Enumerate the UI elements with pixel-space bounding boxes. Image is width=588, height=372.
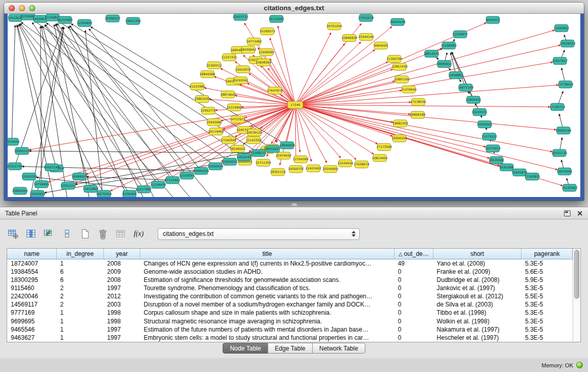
table-columns-icon[interactable] (25, 228, 37, 240)
svg-text:11254439: 11254439 (150, 183, 166, 186)
svg-text:14727671: 14727671 (230, 117, 246, 121)
svg-text:10464209: 10464209 (193, 169, 209, 172)
table-cell: Yano et al. (2008) (433, 259, 521, 268)
table-cell: Stergiakouli et al. (2012) (433, 292, 521, 300)
svg-text:21805431: 21805431 (466, 98, 482, 101)
zoom-window-button[interactable] (29, 5, 35, 11)
svg-text:21034594: 21034594 (337, 161, 353, 165)
table-row[interactable]: 1872400712008Changes of HCN gene express… (7, 259, 573, 268)
svg-text:17553578: 17553578 (358, 16, 374, 19)
svg-text:14773483: 14773483 (246, 39, 262, 43)
svg-text:13840838: 13840838 (279, 143, 295, 147)
svg-text:12764399: 12764399 (293, 157, 309, 161)
column-header-in_degree[interactable]: in_degree (57, 249, 104, 259)
table-row[interactable]: 1830029562008Estimation of significance … (7, 276, 573, 284)
table-cell: 1998 (103, 309, 140, 317)
table-cell: 5.3E-5 (521, 284, 573, 292)
svg-text:22974593: 22974593 (276, 154, 292, 157)
new-table-icon[interactable] (79, 228, 91, 240)
svg-text:21355977: 21355977 (452, 32, 468, 36)
combobox-arrows-icon (350, 231, 357, 237)
network-canvas-frame: 1724019761054228468382034424494642091130… (8, 14, 580, 197)
svg-text:13082249: 13082249 (556, 128, 572, 132)
window-titlebar[interactable]: citations_edges.txt (4, 3, 584, 14)
delete-table-icon[interactable] (97, 228, 109, 240)
table-vertical-scrollbar[interactable] (573, 249, 580, 342)
table-row[interactable]: 946362711997Embryonic stem cells: a mode… (7, 334, 573, 342)
table-cell: 1 (57, 309, 104, 317)
table-cell: Structural magnetic resonance image aver… (140, 317, 395, 325)
table-cell: Embryonic stem cells: a model to study s… (140, 334, 395, 342)
sort-ascending-icon: △ (399, 251, 403, 257)
table-cell: 5.3E-5 (521, 317, 573, 325)
svg-text:12103557: 12103557 (179, 173, 195, 177)
svg-text:16272419: 16272419 (96, 192, 112, 195)
table-cell: 18300295 (7, 276, 57, 284)
table-row[interactable]: 2242004622012Investigating the contribut… (7, 292, 573, 300)
table-cell: Tourette syndrome. Phenomenology and cla… (140, 284, 395, 292)
close-window-button[interactable] (9, 5, 15, 11)
scrollbar-thumb[interactable] (574, 250, 579, 299)
float-panel-icon[interactable] (564, 210, 571, 216)
column-header-name[interactable]: name (7, 249, 57, 259)
table-cell: Franke et al. (2009) (433, 268, 521, 276)
table-cell: 14569117 (7, 300, 57, 309)
table-settings-icon[interactable] (7, 228, 19, 240)
import-table-icon[interactable] (115, 228, 127, 240)
table-cell: 1 (57, 325, 104, 334)
tab-node-table[interactable]: Node Table (223, 343, 268, 354)
svg-text:16119492: 16119492 (208, 129, 224, 133)
window-title: citations_edges.txt (4, 4, 584, 12)
tab-edge-table[interactable]: Edge Table (268, 343, 313, 354)
memory-indicator-icon[interactable] (576, 362, 583, 368)
minimize-window-button[interactable] (19, 5, 25, 11)
close-panel-icon[interactable]: ✕ (577, 210, 583, 216)
svg-text:20344244: 20344244 (358, 35, 374, 38)
table-row[interactable]: 911546021997Tourette syndrome. Phenomeno… (7, 284, 573, 292)
column-header-out_de[interactable]: △out_de… (394, 249, 433, 259)
svg-text:9163588: 9163588 (500, 165, 514, 169)
svg-text:12551214: 12551214 (60, 184, 76, 187)
svg-text:18502627: 18502627 (265, 147, 281, 150)
table-cell: Estimation of the future numbers of pati… (140, 325, 395, 334)
edit-table-icon[interactable] (43, 228, 55, 240)
svg-text:22507737: 22507737 (233, 15, 249, 18)
tab-network-table[interactable]: Network Table (312, 343, 365, 354)
table-cell: 1997 (103, 334, 140, 342)
table-cell: 2008 (103, 259, 140, 268)
column-header-year[interactable]: year (103, 249, 140, 259)
panel-resize-handle[interactable] (292, 204, 297, 206)
svg-text:17173584: 17173584 (376, 145, 392, 148)
network-canvas[interactable]: 1724019761054228468382034424494642091130… (8, 14, 580, 197)
table-row[interactable]: 1938455462009Genome-wide association stu… (7, 268, 573, 276)
svg-text:12857438: 12857438 (392, 64, 408, 68)
column-header-pagerank[interactable]: pagerank (521, 249, 573, 259)
svg-text:11257331: 11257331 (222, 55, 237, 59)
svg-text:17343815: 17343815 (525, 174, 540, 178)
svg-text:17180714: 17180714 (550, 105, 565, 108)
table-cell: 5.3E-5 (521, 309, 573, 317)
select-rows-icon[interactable] (61, 228, 73, 240)
column-header-title[interactable]: title (140, 249, 395, 259)
svg-text:18535582: 18535582 (489, 158, 505, 162)
table-selector-combobox[interactable]: citations_edges.txt (158, 228, 360, 240)
table-row[interactable]: 946554611997Estimation of the future num… (7, 325, 573, 334)
svg-text:21512744: 21512744 (8, 164, 23, 168)
network-view-window: citations_edges.txt 17240197610542284683… (4, 3, 584, 201)
table-header-row: namein_degreeyeartitle△out_de…shortpager… (7, 249, 573, 259)
table-row[interactable]: 977716911998Corpus callosum shape and si… (7, 309, 573, 317)
column-header-short[interactable]: short (433, 249, 521, 259)
table-cell: 1997 (103, 325, 140, 334)
svg-text:12217987: 12217987 (136, 187, 152, 191)
table-cell: 9465546 (7, 325, 57, 334)
table-cell: 18724007 (7, 259, 57, 268)
svg-text:15848369: 15848369 (256, 60, 272, 64)
svg-text:22423403: 22423403 (306, 166, 321, 170)
svg-text:18301110: 18301110 (270, 170, 286, 173)
svg-text:18190023: 18190023 (230, 147, 246, 150)
svg-text:17240: 17240 (290, 103, 300, 106)
table-cell: 22420046 (7, 292, 57, 300)
function-builder-icon[interactable]: f(x) (133, 228, 145, 240)
table-row[interactable]: 969969511998Structural magnetic resonanc… (7, 317, 573, 325)
table-row[interactable]: 1456911722003Disruption of a novel membe… (7, 300, 573, 309)
